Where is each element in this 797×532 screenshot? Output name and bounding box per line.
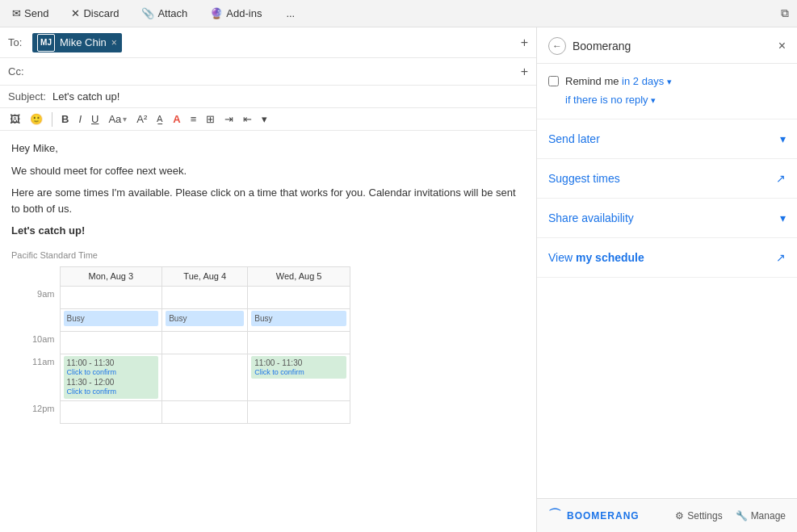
- more-button[interactable]: ...: [282, 5, 299, 22]
- time-10am: 10am: [11, 331, 60, 354]
- wed-busy: Busy: [248, 308, 350, 331]
- separator: [52, 112, 52, 127]
- indent-button[interactable]: ⇥: [221, 111, 237, 127]
- font-color-button[interactable]: A: [170, 111, 183, 127]
- busy-block-wed: Busy: [251, 311, 346, 326]
- remove-recipient-button[interactable]: ×: [111, 37, 117, 48]
- addins-button[interactable]: 🔮 Add-ins: [206, 5, 266, 22]
- settings-icon: ⚙: [675, 510, 684, 522]
- attach-icon: 📎: [141, 7, 154, 19]
- avail-slot-mon-1130[interactable]: 11:00 - 11:30 Click to confirm 11:30 - 1…: [64, 356, 159, 399]
- compose-pane: To: MJ Mike Chin × + Cc: + Subject: Let'…: [0, 27, 537, 532]
- tue-9am: [162, 286, 248, 308]
- avail-slot-wed-1130[interactable]: 11:00 - 11:30 Click to confirm: [251, 356, 346, 379]
- tue-11am: [162, 354, 248, 400]
- body-catchup: Let's catch up!: [11, 223, 525, 239]
- body-para2: Here are some times I'm available. Pleas…: [11, 185, 525, 216]
- send-icon: ✉: [12, 7, 21, 19]
- bold-button[interactable]: B: [58, 111, 72, 127]
- outdent-button[interactable]: ⇤: [240, 111, 255, 127]
- avatar: MJ: [37, 34, 55, 52]
- wed-10am: [248, 331, 350, 354]
- more-format-dropdown[interactable]: ▾: [258, 111, 271, 127]
- mon-12pm: [60, 400, 162, 423]
- suggest-times-arrow-icon: ↗: [776, 172, 786, 185]
- busy-block-mon: Busy: [64, 311, 159, 326]
- header-tue: Tue, Aug 4: [162, 267, 248, 287]
- remind-text: Remind me in 2 days ▾ if there is no rep…: [565, 73, 672, 109]
- back-icon[interactable]: ←: [548, 37, 566, 55]
- recipient-chip[interactable]: MJ Mike Chin ×: [32, 33, 122, 52]
- time-11am: 11am: [11, 354, 60, 400]
- body-greeting: Hey Mike,: [11, 140, 525, 157]
- send-later-label: Send later: [548, 132, 600, 145]
- header-wed: Wed, Aug 5: [248, 267, 350, 287]
- view-schedule-arrow-icon: ↗: [776, 251, 786, 264]
- recipient-name: Mike Chin: [60, 36, 107, 48]
- footer-actions: ⚙ Settings 🔧 Manage: [675, 510, 786, 522]
- compose-body[interactable]: Hey Mike, We should meet for coffee next…: [0, 131, 536, 532]
- suggest-times-panel[interactable]: Suggest times ↗: [537, 159, 797, 199]
- boomerang-logo: ⌒ BOOMERANG: [548, 507, 640, 524]
- bullets-button[interactable]: ≡: [187, 111, 200, 127]
- share-availability-panel[interactable]: Share availability ▾: [537, 199, 797, 238]
- to-label: To:: [8, 36, 32, 48]
- share-availability-arrow-icon: ▾: [780, 212, 786, 224]
- add-recipient-button[interactable]: +: [521, 36, 528, 50]
- table-row: Busy Busy Busy: [11, 308, 350, 331]
- subject-row: Subject: Let's catch up!: [0, 86, 536, 108]
- remind-days-link[interactable]: in 2 days ▾: [622, 75, 672, 87]
- mon-busy: Busy: [60, 308, 162, 331]
- add-cc-button[interactable]: +: [521, 65, 528, 79]
- time-12pm: 12pm: [11, 400, 60, 423]
- underline-button[interactable]: U: [88, 111, 102, 127]
- boomerang-logo-icon: ⌒: [548, 507, 562, 524]
- wed-11am[interactable]: 11:00 - 11:30 Click to confirm: [248, 354, 350, 400]
- to-row: To: MJ Mike Chin × +: [0, 27, 536, 58]
- italic-button[interactable]: I: [75, 111, 85, 127]
- view-schedule-label: View my schedule: [548, 251, 644, 264]
- window-resize-button[interactable]: ⧉: [781, 6, 789, 20]
- remind-checkbox[interactable]: [548, 76, 559, 86]
- settings-button[interactable]: ⚙ Settings: [675, 510, 722, 522]
- send-later-arrow-icon: ▾: [780, 132, 786, 145]
- boomerang-header: ← Boomerang ×: [537, 27, 797, 64]
- insert-image-button[interactable]: 🖼: [6, 111, 23, 127]
- calendar-widget: Pacific Standard Time Mon, Aug 3 Tue, Au…: [11, 249, 525, 424]
- highlight-color-button[interactable]: A̲: [153, 112, 166, 126]
- boomerang-title: ← Boomerang: [548, 37, 631, 55]
- numbered-list-button[interactable]: ⊞: [203, 111, 218, 127]
- manage-button[interactable]: 🔧 Manage: [736, 510, 786, 522]
- tue-10am: [162, 331, 248, 354]
- tue-busy: Busy: [162, 308, 248, 331]
- remind-section: Remind me in 2 days ▾ if there is no rep…: [537, 64, 797, 119]
- mon-11am[interactable]: 11:00 - 11:30 Click to confirm 11:30 - 1…: [60, 354, 162, 400]
- subject-value[interactable]: Let's catch up!: [52, 90, 120, 103]
- cc-label: Cc:: [8, 65, 32, 77]
- table-row: 10am: [11, 331, 350, 354]
- addins-icon: 🔮: [210, 7, 223, 19]
- remind-row: Remind me in 2 days ▾ if there is no rep…: [548, 73, 786, 109]
- suggest-times-label: Suggest times: [548, 172, 620, 185]
- remind-line2: if there is no reply ▾: [565, 92, 672, 109]
- mon-10am: [60, 331, 162, 354]
- font-size-dropdown[interactable]: Aa ▾: [105, 111, 130, 127]
- insert-emoji-button[interactable]: 🙂: [27, 111, 46, 127]
- view-schedule-panel[interactable]: View my schedule ↗: [537, 238, 797, 278]
- discard-button[interactable]: ✕ Discard: [67, 5, 123, 22]
- mon-9am: [60, 286, 162, 308]
- wed-9am: [248, 286, 350, 308]
- boomerang-close-button[interactable]: ×: [778, 39, 786, 53]
- manage-icon: 🔧: [736, 510, 748, 522]
- table-row: 12pm: [11, 400, 350, 423]
- timezone-label: Pacific Standard Time: [11, 249, 525, 262]
- cc-row: Cc: +: [0, 58, 536, 86]
- superscript-button[interactable]: A²: [133, 111, 150, 127]
- attach-button[interactable]: 📎 Attach: [137, 5, 191, 22]
- boomerang-pane: ← Boomerang × Remind me in 2 days ▾: [537, 27, 797, 532]
- send-later-panel[interactable]: Send later ▾: [537, 119, 797, 159]
- remind-if-link[interactable]: if there is no reply ▾: [565, 94, 656, 106]
- empty-header: [11, 267, 60, 287]
- send-button[interactable]: ✉ Send: [8, 5, 52, 22]
- remind-line1: Remind me in 2 days ▾: [565, 73, 672, 90]
